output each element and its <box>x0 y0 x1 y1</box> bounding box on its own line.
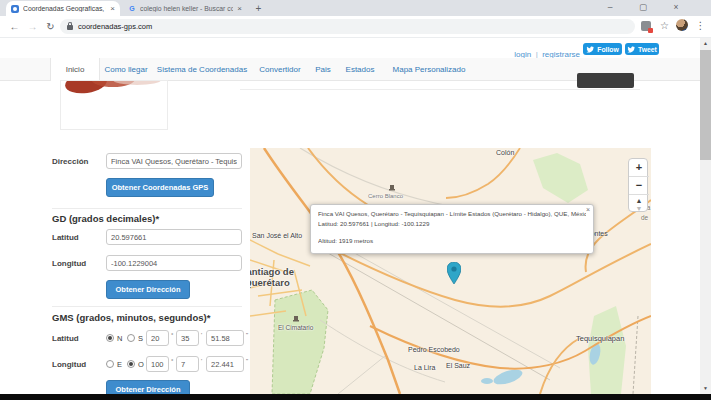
nav-item-pais[interactable]: Pais <box>308 58 338 81</box>
lon-min-symbol: ' <box>201 358 202 364</box>
gd-heading: GD (grados decimales)* <box>52 213 159 224</box>
scrollbar-thumb[interactable] <box>700 50 711 160</box>
nav-item-mapa-personalizado[interactable]: Mapa Personalizado <box>382 58 476 81</box>
gms-lat-s-radio[interactable] <box>127 334 135 342</box>
gms-lat-sec-input[interactable] <box>206 330 244 346</box>
scroll-down-icon[interactable]: ▼ <box>700 383 711 394</box>
section-divider <box>52 208 242 209</box>
obtener-coordenadas-button[interactable]: Obtener Coordenadas GPS <box>106 178 214 197</box>
gms-lat-n-radio[interactable] <box>106 334 114 342</box>
gms-lat-deg-input[interactable] <box>146 330 169 346</box>
zoom-out-button[interactable]: − <box>629 177 649 195</box>
map-label-el-cimatario: El Cimatario <box>278 324 313 331</box>
gd-latitud-label: Latitud <box>52 233 79 242</box>
follow-label: Follow <box>597 46 619 53</box>
gd-obtener-direccion-button[interactable]: Obtener Dirección <box>106 280 190 299</box>
gms-lon-e-radio[interactable] <box>106 360 114 368</box>
twitter-bird-icon <box>586 46 594 53</box>
window-maximize-button[interactable]: ▢ <box>630 0 656 15</box>
gms-lon-sec-input[interactable] <box>206 356 244 372</box>
popup-close-icon[interactable]: × <box>586 206 590 213</box>
bookmark-star-icon[interactable]: ☆ <box>658 19 671 32</box>
section-divider <box>52 306 242 307</box>
nav-item-sistema-de-coordenadas[interactable]: Sistema de Coordenadas <box>152 58 252 81</box>
lat-sec-symbol: " <box>246 332 248 338</box>
gms-lon-o-label: O <box>138 360 144 369</box>
popup-altitude: Altitud: 1919 metros <box>318 237 586 244</box>
map-label-santiago-de-queretaro: Santiago de Querétaro <box>250 266 310 288</box>
site-favicon-icon <box>11 5 19 13</box>
extension-icon[interactable] <box>641 21 651 31</box>
map-marker-pin[interactable] <box>447 262 461 284</box>
popup-address: Finca VAI Quesos, Querétaro - Tequisquia… <box>318 210 586 217</box>
twitter-follow-button[interactable]: Follow <box>583 43 622 55</box>
back-icon[interactable]: ← <box>8 20 21 33</box>
map-label-la-lira: La Lira <box>414 364 435 371</box>
reload-icon[interactable]: ↻ <box>44 20 57 33</box>
gms-lat-min-input[interactable] <box>176 330 199 346</box>
twitter-bird-icon <box>627 46 635 53</box>
nav-item-como-llegar[interactable]: Como llegar <box>100 58 152 81</box>
lat-min-symbol: ' <box>201 332 202 338</box>
city-label-line: Querétaro <box>250 277 310 288</box>
popup-coordinates: Latitud: 20.597661 | Longitud: -100.1229 <box>318 220 586 227</box>
gms-lon-deg-input[interactable] <box>146 356 169 372</box>
tab-close-icon[interactable]: × <box>110 5 115 13</box>
zoom-in-button[interactable]: + <box>629 159 649 177</box>
pan-control-icon[interactable]: ▲▼ <box>629 195 649 214</box>
window-close-button[interactable]: × <box>663 0 689 15</box>
gms-longitud-label: Longitud <box>52 360 86 369</box>
map-zoom-control: + − ▲▼ <box>628 158 648 212</box>
new-tab-button[interactable]: + <box>252 2 265 15</box>
map-canvas[interactable]: Colón Cerro Blanco San José el Alto Sant… <box>250 148 651 394</box>
gd-longitud-label: Longitud <box>52 259 86 268</box>
nav-item-estados[interactable]: Estados <box>338 58 382 81</box>
map-label-cerro-blanco: Cerro Blanco <box>368 193 403 199</box>
map-label-san-jose-el-alto: San José el Alto <box>252 232 302 239</box>
taskbar-edge <box>0 394 711 400</box>
lock-icon <box>67 25 73 30</box>
tweet-label: Tweet <box>638 46 657 53</box>
tab-title: colegio helen keller - Buscar con <box>140 5 233 12</box>
url-text: coordenadas-gps.com <box>78 22 152 31</box>
gms-lon-e-label: E <box>117 360 122 369</box>
gms-latitud-label: Latitud <box>52 334 79 343</box>
direccion-input[interactable] <box>106 153 242 169</box>
map-label-pedro-escobedo: Pedro Escobedo <box>408 346 460 353</box>
twitter-tweet-button[interactable]: Tweet <box>625 43 659 55</box>
profile-avatar[interactable] <box>676 19 688 31</box>
lon-sec-symbol: " <box>246 358 248 364</box>
direccion-label: Dirección <box>52 157 88 166</box>
tab-title: Coordenadas Geograficas, GPS <box>23 5 106 12</box>
window-minimize-button[interactable]: – <box>597 0 623 15</box>
gd-latitud-input[interactable] <box>106 229 242 245</box>
forward-icon[interactable]: → <box>26 20 39 33</box>
gd-longitud-input[interactable] <box>106 255 242 271</box>
nav-item-convertidor[interactable]: Convertidor <box>252 58 308 81</box>
gms-lon-min-input[interactable] <box>176 356 199 372</box>
map-label-fragment-de: de <box>641 214 648 221</box>
map-label-colon: Colón <box>496 149 514 156</box>
nav-item-inicio[interactable]: Inicio <box>50 58 100 81</box>
lon-deg-symbol: ° <box>171 358 173 364</box>
search-button-partial[interactable] <box>577 73 634 88</box>
google-favicon-icon: G <box>128 5 136 13</box>
browser-menu-icon[interactable]: ⋮ <box>694 19 707 32</box>
gms-heading: GMS (grados, minutos, segundos)* <box>52 312 210 323</box>
lat-deg-symbol: ° <box>171 332 173 338</box>
scroll-up-icon[interactable]: ▲ <box>700 38 711 49</box>
map-label-tequisquiapan: Tequisquiapan <box>576 334 624 343</box>
search-row-divider <box>240 89 640 90</box>
tab-close-icon[interactable]: × <box>237 5 242 13</box>
gms-lon-o-radio[interactable] <box>127 360 135 368</box>
browser-tab-inactive[interactable]: G colegio helen keller - Buscar con × <box>124 2 246 15</box>
city-label-line: Santiago de <box>250 266 310 277</box>
map-label-el-sauz: El Sauz <box>446 362 470 369</box>
gms-lat-n-label: N <box>117 334 122 343</box>
gms-lat-s-label: S <box>138 334 143 343</box>
map-info-popup: × Finca VAI Quesos, Querétaro - Tequisqu… <box>310 204 594 254</box>
logo-card <box>60 80 168 130</box>
browser-tab-active[interactable]: Coordenadas Geograficas, GPS × <box>6 1 120 16</box>
address-bar[interactable]: coordenadas-gps.com <box>60 19 635 34</box>
